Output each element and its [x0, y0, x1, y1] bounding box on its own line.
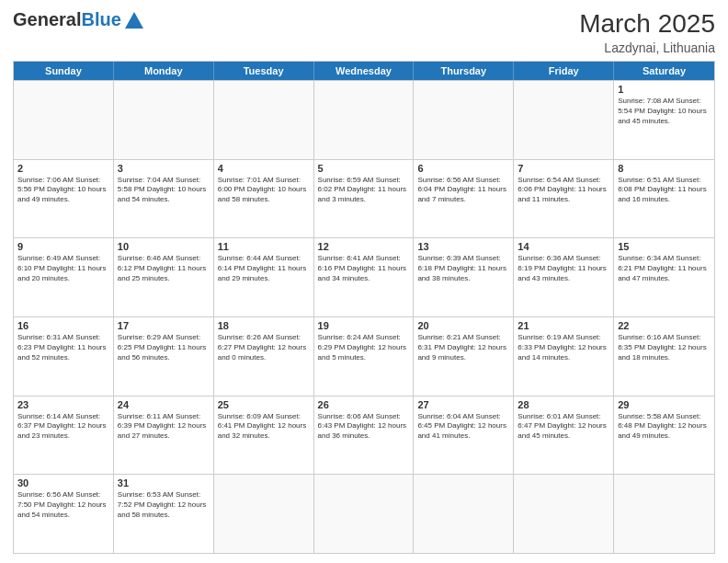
day-cell-2: 2Sunrise: 7:06 AM Sunset: 5:56 PM Daylig…: [14, 160, 114, 238]
day-cell-empty: [214, 81, 314, 159]
calendar: SundayMondayTuesdayWednesdayThursdayFrid…: [13, 61, 715, 554]
day-info: Sunrise: 6:44 AM Sunset: 6:14 PM Dayligh…: [218, 254, 310, 283]
day-cell-10: 10Sunrise: 6:46 AM Sunset: 6:12 PM Dayli…: [114, 238, 214, 316]
day-number: 3: [118, 163, 210, 174]
day-info: Sunrise: 6:29 AM Sunset: 6:25 PM Dayligh…: [118, 333, 210, 362]
day-cell-16: 16Sunrise: 6:31 AM Sunset: 6:23 PM Dayli…: [14, 317, 114, 396]
day-cell-12: 12Sunrise: 6:41 AM Sunset: 6:16 PM Dayli…: [314, 238, 415, 316]
day-info: Sunrise: 6:16 AM Sunset: 6:35 PM Dayligh…: [618, 333, 711, 362]
day-number: 6: [417, 163, 509, 174]
day-number: 14: [518, 241, 609, 252]
day-number: 31: [118, 477, 210, 488]
day-cell-31: 31Sunrise: 6:53 AM Sunset: 7:52 PM Dayli…: [114, 475, 214, 553]
day-cell-13: 13Sunrise: 6:39 AM Sunset: 6:18 PM Dayli…: [414, 238, 514, 316]
day-cell-23: 23Sunrise: 6:14 AM Sunset: 6:37 PM Dayli…: [14, 396, 114, 475]
day-number: 11: [218, 241, 310, 252]
day-number: 22: [618, 320, 711, 331]
day-number: 16: [17, 320, 109, 331]
day-cell-19: 19Sunrise: 6:24 AM Sunset: 6:29 PM Dayli…: [314, 317, 415, 396]
day-cell-7: 7Sunrise: 6:54 AM Sunset: 6:06 PM Daylig…: [514, 160, 614, 238]
day-number: 1: [618, 84, 711, 95]
logo-blue-text: Blue: [81, 9, 120, 30]
logo-general-text: General: [13, 9, 81, 30]
day-number: 23: [17, 399, 109, 410]
day-header-sunday: Sunday: [14, 62, 114, 80]
day-cell-6: 6Sunrise: 6:56 AM Sunset: 6:04 PM Daylig…: [414, 160, 514, 238]
day-info: Sunrise: 6:56 AM Sunset: 6:04 PM Dayligh…: [417, 176, 509, 205]
day-header-monday: Monday: [114, 62, 214, 80]
day-cell-22: 22Sunrise: 6:16 AM Sunset: 6:35 PM Dayli…: [614, 317, 714, 396]
day-info: Sunrise: 7:01 AM Sunset: 6:00 PM Dayligh…: [218, 176, 310, 205]
day-cell-empty: [414, 475, 514, 553]
day-cell-18: 18Sunrise: 6:26 AM Sunset: 6:27 PM Dayli…: [214, 317, 314, 396]
title-block: March 2025 Lazdynai, Lithuania: [579, 9, 715, 55]
day-number: 5: [318, 163, 410, 174]
day-number: 19: [318, 320, 410, 331]
day-cell-8: 8Sunrise: 6:51 AM Sunset: 6:08 PM Daylig…: [614, 160, 714, 238]
logo-triangle-icon: [125, 12, 143, 29]
day-cell-25: 25Sunrise: 6:09 AM Sunset: 6:41 PM Dayli…: [214, 396, 314, 475]
day-info: Sunrise: 6:09 AM Sunset: 6:41 PM Dayligh…: [218, 412, 310, 442]
day-number: 9: [17, 241, 109, 252]
day-info: Sunrise: 6:19 AM Sunset: 6:33 PM Dayligh…: [518, 333, 609, 362]
calendar-row-4: 16Sunrise: 6:31 AM Sunset: 6:23 PM Dayli…: [14, 316, 714, 396]
day-cell-5: 5Sunrise: 6:59 AM Sunset: 6:02 PM Daylig…: [314, 160, 415, 238]
day-number: 28: [518, 399, 609, 410]
day-cell-empty: [314, 81, 415, 159]
day-info: Sunrise: 6:24 AM Sunset: 6:29 PM Dayligh…: [318, 333, 410, 362]
day-info: Sunrise: 6:31 AM Sunset: 6:23 PM Dayligh…: [17, 333, 109, 362]
day-number: 2: [17, 163, 109, 174]
day-cell-20: 20Sunrise: 6:21 AM Sunset: 6:31 PM Dayli…: [414, 317, 514, 396]
day-info: Sunrise: 7:08 AM Sunset: 5:54 PM Dayligh…: [618, 97, 711, 126]
day-number: 18: [218, 320, 310, 331]
day-number: 12: [318, 241, 410, 252]
day-number: 15: [618, 241, 711, 252]
day-number: 29: [618, 399, 711, 410]
day-info: Sunrise: 6:21 AM Sunset: 6:31 PM Dayligh…: [417, 333, 509, 362]
day-info: Sunrise: 6:41 AM Sunset: 6:16 PM Dayligh…: [318, 254, 410, 283]
day-cell-empty: [414, 81, 514, 159]
day-info: Sunrise: 6:49 AM Sunset: 6:10 PM Dayligh…: [17, 254, 109, 283]
day-info: Sunrise: 6:04 AM Sunset: 6:45 PM Dayligh…: [417, 412, 509, 442]
day-info: Sunrise: 7:06 AM Sunset: 5:56 PM Dayligh…: [17, 176, 109, 205]
day-number: 17: [118, 320, 210, 331]
calendar-row-1: 1Sunrise: 7:08 AM Sunset: 5:54 PM Daylig…: [14, 80, 714, 159]
calendar-row-2: 2Sunrise: 7:06 AM Sunset: 5:56 PM Daylig…: [14, 159, 714, 238]
day-cell-empty: [514, 81, 614, 159]
day-header-wednesday: Wednesday: [314, 62, 415, 80]
day-cell-30: 30Sunrise: 6:56 AM Sunset: 7:50 PM Dayli…: [14, 475, 114, 553]
day-cell-empty: [514, 475, 614, 553]
day-cell-empty: [114, 81, 214, 159]
day-cell-4: 4Sunrise: 7:01 AM Sunset: 6:00 PM Daylig…: [214, 160, 314, 238]
day-number: 13: [417, 241, 509, 252]
calendar-body: 1Sunrise: 7:08 AM Sunset: 5:54 PM Daylig…: [14, 80, 714, 553]
month-year: March 2025: [579, 9, 715, 39]
day-info: Sunrise: 6:06 AM Sunset: 6:43 PM Dayligh…: [318, 412, 410, 442]
logo: General Blue: [13, 9, 143, 30]
day-number: 7: [518, 163, 609, 174]
day-cell-17: 17Sunrise: 6:29 AM Sunset: 6:25 PM Dayli…: [114, 317, 214, 396]
day-number: 20: [417, 320, 509, 331]
day-number: 26: [318, 399, 410, 410]
calendar-row-3: 9Sunrise: 6:49 AM Sunset: 6:10 PM Daylig…: [14, 237, 714, 316]
day-cell-empty: [614, 475, 714, 553]
day-info: Sunrise: 6:26 AM Sunset: 6:27 PM Dayligh…: [218, 333, 310, 362]
day-number: 10: [118, 241, 210, 252]
calendar-header: SundayMondayTuesdayWednesdayThursdayFrid…: [14, 62, 714, 80]
day-cell-1: 1Sunrise: 7:08 AM Sunset: 5:54 PM Daylig…: [614, 81, 714, 159]
day-number: 25: [218, 399, 310, 410]
day-info: Sunrise: 6:01 AM Sunset: 6:47 PM Dayligh…: [518, 412, 609, 442]
day-cell-29: 29Sunrise: 5:58 AM Sunset: 6:48 PM Dayli…: [614, 396, 714, 475]
location: Lazdynai, Lithuania: [579, 40, 715, 55]
day-cell-26: 26Sunrise: 6:06 AM Sunset: 6:43 PM Dayli…: [314, 396, 415, 475]
day-info: Sunrise: 6:54 AM Sunset: 6:06 PM Dayligh…: [518, 176, 609, 205]
day-info: Sunrise: 6:56 AM Sunset: 7:50 PM Dayligh…: [17, 490, 109, 520]
day-info: Sunrise: 6:11 AM Sunset: 6:39 PM Dayligh…: [118, 412, 210, 442]
day-info: Sunrise: 6:53 AM Sunset: 7:52 PM Dayligh…: [118, 490, 210, 520]
day-cell-empty: [214, 475, 314, 553]
page: General Blue March 2025 Lazdynai, Lithua…: [0, 0, 728, 563]
day-cell-11: 11Sunrise: 6:44 AM Sunset: 6:14 PM Dayli…: [214, 238, 314, 316]
day-cell-9: 9Sunrise: 6:49 AM Sunset: 6:10 PM Daylig…: [14, 238, 114, 316]
day-number: 27: [417, 399, 509, 410]
day-header-thursday: Thursday: [414, 62, 514, 80]
